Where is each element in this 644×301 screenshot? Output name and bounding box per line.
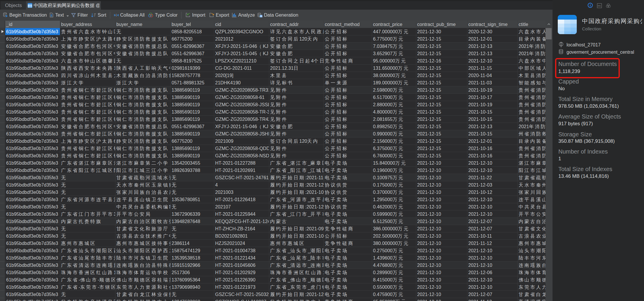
svg-text:DDL: DDL bbox=[598, 5, 601, 7]
svg-text:ABC: ABC bbox=[260, 16, 263, 18]
